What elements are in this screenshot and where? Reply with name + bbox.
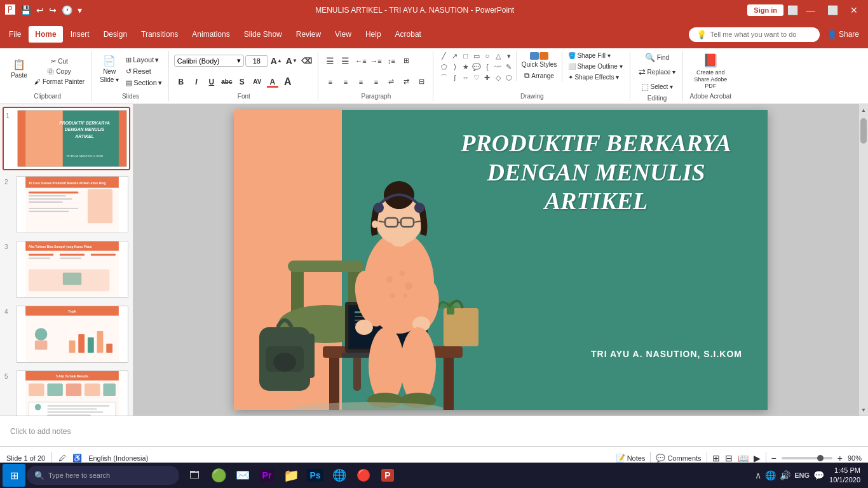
share-button[interactable]: 👤 Share: [821, 26, 865, 43]
quick-styles-button[interactable]: Quick Styles: [519, 51, 560, 69]
menu-item-review[interactable]: Review: [290, 26, 327, 43]
show-hidden-icon[interactable]: ∧: [755, 470, 761, 480]
align-right-button[interactable]: ≡: [354, 75, 368, 89]
slide-thumb-4[interactable]: 4 Topik: [3, 304, 130, 365]
menu-item-help[interactable]: Help: [359, 26, 388, 43]
slide-thumb-3[interactable]: 3 Alat Tulisan Bisa Sampel yang Kamu Pak…: [3, 239, 130, 300]
shape-connector[interactable]: ↔: [460, 72, 471, 83]
scroll-down-arrow[interactable]: ▼: [859, 405, 868, 414]
chrome-app[interactable]: 🟢: [207, 464, 230, 487]
autosave-icon[interactable]: 🕐: [62, 5, 72, 15]
taskbar-search-box[interactable]: 🔍 Type here to search: [27, 466, 179, 485]
section-button[interactable]: ▤ Section ▾: [123, 78, 165, 88]
task-view-button[interactable]: 🗔: [183, 464, 206, 487]
menu-item-transitions[interactable]: Transitions: [135, 26, 184, 43]
font-color-button[interactable]: A: [266, 75, 280, 89]
align-center-button[interactable]: ≡: [339, 75, 353, 89]
create-pdf-button[interactable]: 📕 Create and Share Adobe PDF: [688, 53, 733, 89]
shape-arrow[interactable]: ↗: [449, 51, 461, 61]
smartart-button[interactable]: ⊟: [415, 75, 429, 89]
zoom-out-button[interactable]: −: [771, 453, 776, 463]
customize-icon[interactable]: ▾: [78, 5, 82, 15]
scroll-thumb[interactable]: [860, 118, 867, 144]
char-spacing-button[interactable]: AV: [250, 75, 264, 89]
bullets-button[interactable]: ☰: [323, 54, 337, 68]
redo-icon[interactable]: ↪: [49, 5, 57, 15]
decrease-indent-button[interactable]: ←≡: [354, 54, 368, 68]
paste-button[interactable]: 📋 Paste: [8, 51, 31, 86]
font-name-box[interactable]: Calibri (Body) ▾: [174, 55, 244, 67]
shape-diamond[interactable]: ◇: [492, 72, 504, 83]
underline-button[interactable]: U: [205, 75, 219, 89]
search-input[interactable]: [710, 30, 812, 38]
shape-star[interactable]: ★: [460, 62, 471, 72]
align-left-button[interactable]: ≡: [323, 75, 337, 89]
shape-effects-button[interactable]: ✦ Shape Effects ▾: [565, 72, 625, 82]
shape-freeform[interactable]: ✎: [503, 62, 515, 72]
text-shadow-button[interactable]: S: [235, 75, 249, 89]
convert-button[interactable]: ⇄: [400, 75, 414, 89]
format-painter-button[interactable]: 🖌 Format Painter: [32, 77, 87, 86]
copy-button[interactable]: ⿻ Copy: [32, 67, 87, 76]
volume-icon[interactable]: 🔊: [780, 470, 790, 480]
clear-format-button[interactable]: ⌫: [300, 54, 314, 68]
shape-curve[interactable]: ∫: [449, 72, 461, 83]
shape-bracket[interactable]: {: [482, 62, 493, 72]
restore-button[interactable]: ⬜: [824, 1, 841, 19]
sign-in-button[interactable]: Sign in: [747, 4, 783, 16]
slideshow-button[interactable]: ▶: [754, 453, 761, 463]
grow-font-button[interactable]: A▲: [269, 54, 283, 68]
shape-more[interactable]: ▾: [503, 51, 515, 61]
mail-app[interactable]: ✉️: [231, 464, 254, 487]
slide-thumb-5[interactable]: 5 5 Alat Terbaik Menulis: [3, 369, 130, 416]
vertical-scrollbar[interactable]: ▲ ▼: [859, 104, 868, 416]
shape-hexagon[interactable]: ⬡: [503, 72, 515, 83]
shape-cross[interactable]: ✚: [482, 72, 493, 83]
shrink-font-button[interactable]: A▼: [285, 54, 299, 68]
justify-button[interactable]: ≡: [369, 75, 383, 89]
notes-area[interactable]: Click to add notes: [0, 416, 868, 446]
columns-button[interactable]: ⊞: [400, 54, 414, 68]
scroll-up-arrow[interactable]: ▲: [859, 105, 868, 114]
paint-app[interactable]: 🔴: [352, 464, 375, 487]
save-icon[interactable]: 💾: [20, 5, 31, 15]
font-size-increase-button[interactable]: A: [281, 75, 295, 89]
start-button[interactable]: ⊞: [3, 464, 25, 487]
menu-item-slideshow[interactable]: Slide Show: [238, 26, 288, 43]
numbering-button[interactable]: ☰: [339, 54, 353, 68]
shape-outline-button[interactable]: ⬜ Shape Outline ▾: [565, 62, 625, 71]
shape-heart[interactable]: ♡: [471, 72, 482, 83]
line-spacing-button[interactable]: ↕≡: [384, 54, 398, 68]
menu-search-box[interactable]: 💡: [689, 27, 820, 42]
menu-item-insert[interactable]: Insert: [64, 26, 96, 43]
powerpoint-app[interactable]: P: [376, 464, 399, 487]
language-indicator[interactable]: ENG: [794, 471, 810, 479]
menu-item-view[interactable]: View: [329, 26, 358, 43]
shape-arc[interactable]: ⌒: [438, 72, 450, 83]
reading-view-button[interactable]: 📖: [738, 453, 749, 463]
new-slide-button[interactable]: 📄 New Slide ▾: [97, 51, 122, 86]
shape-rounded-rect[interactable]: ▭: [471, 51, 482, 61]
menu-item-animations[interactable]: Animations: [186, 26, 236, 43]
shape-wave[interactable]: 〰: [492, 62, 504, 72]
menu-item-file[interactable]: File: [3, 26, 27, 43]
shape-chevron[interactable]: ⟩: [449, 62, 461, 72]
undo-icon[interactable]: ↩: [36, 5, 44, 15]
slide-canvas[interactable]: Produktif Berkarya dengan Menulis Artike…: [234, 110, 768, 410]
network-icon[interactable]: 🌐: [765, 470, 776, 480]
shape-pentagon[interactable]: ⬠: [438, 62, 450, 72]
italic-button[interactable]: I: [189, 75, 203, 89]
shape-oval[interactable]: ○: [482, 51, 493, 61]
layout-button[interactable]: ⊞ Layout ▾: [123, 55, 165, 65]
replace-button[interactable]: ⇄ Replace ▾: [635, 65, 679, 79]
comments-button[interactable]: 💬 Comments: [656, 454, 701, 463]
browser2-app[interactable]: 🌐: [328, 464, 351, 487]
slide-sorter-button[interactable]: ⊟: [725, 453, 733, 463]
shape-line[interactable]: ╱: [438, 51, 450, 61]
menu-item-acrobat[interactable]: Acrobat: [389, 26, 428, 43]
taskbar-time[interactable]: 1:45 PM 10/1/2020: [829, 466, 860, 485]
photoshop-app[interactable]: Ps: [304, 464, 327, 487]
slide-thumb-1[interactable]: 1 PRODUKTIF BERKARYA DENGAN MENULIS ARTI…: [3, 107, 130, 170]
menu-item-home[interactable]: Home: [29, 26, 62, 43]
text-direction-button[interactable]: ⇌: [384, 75, 398, 89]
